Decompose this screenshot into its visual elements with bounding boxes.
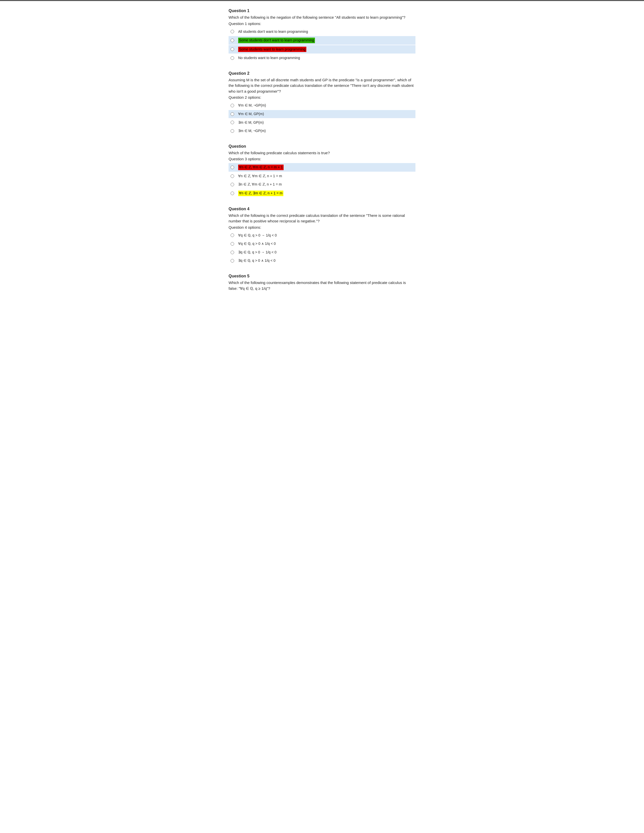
radio-q4b[interactable]: [230, 242, 234, 246]
radio-q1c[interactable]: [230, 47, 234, 51]
option-text-q3c: ∃n ∈ ℤ, ∀m ∈ ℤ, n + 1 = m: [238, 182, 282, 187]
question-block-q4: Question 4Which of the following is the …: [229, 207, 415, 265]
radio-q4a[interactable]: [230, 233, 234, 237]
option-text-q4a: ∀q ∈ ℚ, q > 0 → 1/q < 0: [238, 233, 277, 238]
option-text-q3a: ∀n ∈ ℤ, ∀m ∈ ℤ, n = m + 1: [238, 165, 283, 170]
radio-q2d[interactable]: [230, 129, 234, 133]
option-text-q2b: ∀m ∈ M, GP(m): [238, 112, 264, 117]
option-text-q1c: Some students want to learn programming: [238, 47, 306, 52]
option-row-q2d[interactable]: ∃m ∈ M, ¬GP(m): [229, 127, 415, 135]
radio-q1d[interactable]: [230, 56, 234, 60]
question-title-q5: Question 5: [229, 274, 415, 278]
question-text-q2: Assuming M is the set of all discrete ma…: [229, 77, 415, 95]
question-block-q3: QuestionWhich of the following predicate…: [229, 144, 415, 198]
option-text-q1b: Some students don't want to learn progra…: [238, 38, 315, 43]
options-label-q3: Question 3 options:: [229, 157, 415, 161]
question-title-q3: Question: [229, 144, 415, 149]
question-text-q1: Which of the following is the negation o…: [229, 14, 415, 21]
options-label-q4: Question 4 options:: [229, 225, 415, 230]
radio-q1b[interactable]: [230, 39, 234, 42]
option-text-q1d: No students want to learn programming: [238, 56, 300, 61]
options-label-q1: Question 1 options:: [229, 21, 415, 26]
radio-q2b[interactable]: [230, 113, 234, 116]
option-row-q2c[interactable]: ∃m ∈ M, GP(m): [229, 119, 415, 127]
option-row-q1a[interactable]: All students don't want to learn program…: [229, 28, 415, 36]
radio-q3d[interactable]: [230, 191, 234, 195]
option-text-q4b: ∀q ∈ ℚ, q > 0 ∧ 1/q < 0: [238, 241, 276, 246]
radio-q1a[interactable]: [230, 30, 234, 33]
radio-q3c[interactable]: [230, 183, 234, 186]
radio-q3a[interactable]: [230, 166, 234, 169]
option-row-q2a[interactable]: ∀m ∈ M, ¬GP(m): [229, 101, 415, 109]
question-block-q5: Question 5Which of the following counter…: [229, 274, 415, 291]
option-text-q4c: ∃q ∈ ℚ, q > 0 → 1/q < 0: [238, 250, 277, 255]
question-title-q1: Question 1: [229, 9, 415, 13]
option-row-q3d[interactable]: ∀n ∈ ℤ, ∃m ∈ ℤ, n + 1 = m: [229, 189, 415, 198]
option-row-q2b[interactable]: ∀m ∈ M, GP(m): [229, 110, 415, 118]
page-container: Question 1Which of the following is the …: [219, 9, 425, 315]
option-row-q3a[interactable]: ∀n ∈ ℤ, ∀m ∈ ℤ, n = m + 1: [229, 163, 415, 172]
question-text-q3: Which of the following predicate calculu…: [229, 150, 415, 156]
question-text-q4: Which of the following is the correct pr…: [229, 213, 415, 224]
option-row-q1c[interactable]: Some students want to learn programming: [229, 45, 415, 54]
question-text-q5: Which of the following counterexamples d…: [229, 280, 415, 291]
question-title-q4: Question 4: [229, 207, 415, 211]
radio-q2a[interactable]: [230, 104, 234, 107]
radio-q3b[interactable]: [230, 174, 234, 178]
option-row-q4b[interactable]: ∀q ∈ ℚ, q > 0 ∧ 1/q < 0: [229, 240, 415, 248]
option-text-q2a: ∀m ∈ M, ¬GP(m): [238, 103, 266, 108]
question-block-q2: Question 2Assuming M is the set of all d…: [229, 71, 415, 135]
option-row-q3c[interactable]: ∃n ∈ ℤ, ∀m ∈ ℤ, n + 1 = m: [229, 180, 415, 188]
option-text-q2d: ∃m ∈ M, ¬GP(m): [238, 129, 266, 133]
option-text-q1a: All students don't want to learn program…: [238, 29, 308, 34]
radio-q4c[interactable]: [230, 251, 234, 254]
radio-q4d[interactable]: [230, 259, 234, 262]
option-text-q4d: ∃q ∈ ℚ, q > 0 ∧ 1/q < 0: [238, 258, 275, 263]
question-block-q1: Question 1Which of the following is the …: [229, 9, 415, 62]
question-title-q2: Question 2: [229, 71, 415, 76]
top-border: [0, 0, 644, 1]
option-row-q3b[interactable]: ∀n ∈ ℤ, ∀m ∈ ℤ, n + 1 = m: [229, 172, 415, 180]
option-row-q4a[interactable]: ∀q ∈ ℚ, q > 0 → 1/q < 0: [229, 232, 415, 240]
option-row-q4d[interactable]: ∃q ∈ ℚ, q > 0 ∧ 1/q < 0: [229, 257, 415, 265]
option-text-q3d: ∀n ∈ ℤ, ∃m ∈ ℤ, n + 1 = m: [238, 191, 283, 196]
option-text-q3b: ∀n ∈ ℤ, ∀m ∈ ℤ, n + 1 = m: [238, 174, 282, 179]
option-row-q4c[interactable]: ∃q ∈ ℚ, q > 0 → 1/q < 0: [229, 248, 415, 256]
option-text-q2c: ∃m ∈ M, GP(m): [238, 120, 264, 125]
option-row-q1d[interactable]: No students want to learn programming: [229, 54, 415, 62]
option-row-q1b[interactable]: Some students don't want to learn progra…: [229, 36, 415, 45]
radio-q2c[interactable]: [230, 121, 234, 124]
options-label-q2: Question 2 options:: [229, 95, 415, 100]
